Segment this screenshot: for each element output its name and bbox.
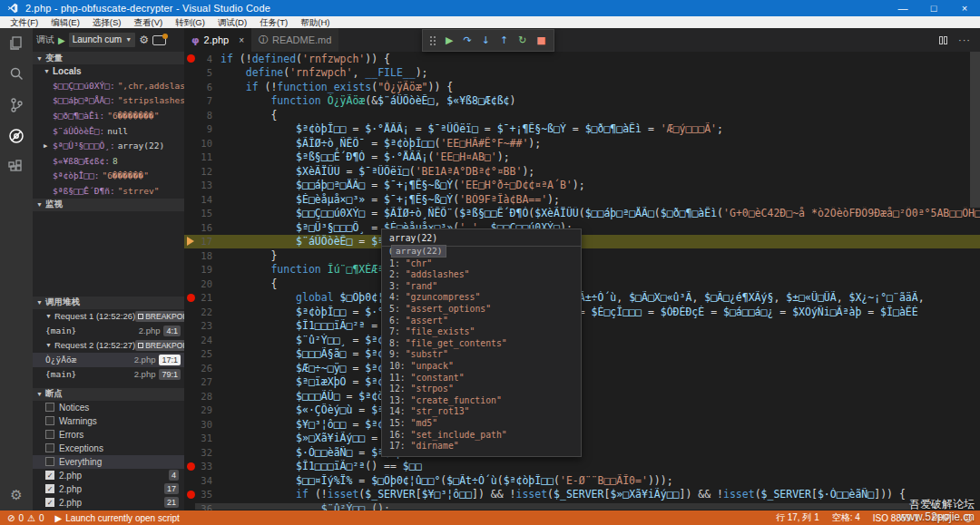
twisty-icon[interactable]: ▶ <box>44 142 53 150</box>
call-stack-thread-row[interactable]: ▼Request 2 (12:52:27)BREAKPOIN... <box>33 338 184 353</box>
checkbox[interactable]: ✓ <box>45 471 54 480</box>
code-line[interactable]: 29 $«·ÇÔèý□ù = $ª¢òþÎ□( <box>184 403 980 418</box>
breakpoint-entry-row[interactable]: ✓2.php4 <box>33 469 184 482</box>
local-variable-row[interactable]: $□ð□¶□àÊì:"6�������" <box>33 108 184 123</box>
watch-section-header[interactable]: ▼ 监视 <box>33 199 184 211</box>
breakpoint-filter-row[interactable]: Errors <box>33 428 184 442</box>
code-line[interactable]: 20 { <box>184 277 980 291</box>
language-indicator[interactable]: PHP <box>932 513 951 523</box>
checkbox[interactable] <box>45 403 54 412</box>
code-line[interactable]: 16 $ª□Û³§□□□Ô¸ = $É□èåµå×□³»(',', $□□Ç□□… <box>184 220 980 235</box>
call-stack-thread-row[interactable]: ▼Request 1 (12:52:26)BREAKPOIN... <box>33 309 184 324</box>
code-line[interactable]: 8 { <box>184 108 980 122</box>
breakpoint-icon[interactable] <box>187 462 195 471</box>
code-area[interactable]: 4if (!defined('rnfzwpch')) {5 define('rn… <box>184 52 980 510</box>
variables-section-header[interactable]: ▼ 变量 <box>33 52 184 64</box>
code-line[interactable]: 22 $ª¢òþÎ□□ = $·°ÅÃÃ¡ = $¯ªÛÔëï□□ = $¤¤«… <box>184 305 980 319</box>
local-variable-row[interactable]: $ª¢òþÎ□□:"6������" <box>33 169 184 184</box>
code-line[interactable]: 32 $·Ò□□èãÑ□ = $ª¢òþÎ□( <box>184 445 980 460</box>
tab-2php[interactable]: φ 2.php × <box>184 28 251 52</box>
code-line[interactable]: 23 $Î1□□□ïÃ□²ª = $ª¢òþÎ□□( <box>184 319 980 334</box>
breakpoint-entry-row[interactable]: ✓2.php17 <box>33 482 184 496</box>
code-line[interactable]: 21 global $□Öþ0¢¦û□□°, $ª¢òþÎ□□, $¹á¿ã□Ç… <box>184 291 980 306</box>
feedback-smiley-icon[interactable]: ☺ <box>964 513 973 523</box>
maximize-button[interactable]: □ <box>918 0 949 16</box>
code-line[interactable]: 24 $¨û²Ý□□¸ = $ª¢òþÎ□□( <box>184 333 980 347</box>
local-variable-row[interactable]: $¨áÛÔòèÊ□:null <box>33 123 184 139</box>
launch-config-select[interactable]: Launch cum ▼ <box>69 33 135 47</box>
code-line[interactable]: 30 $¥□³¦ô□□ = $ª¢òþÎ□□( <box>184 417 980 432</box>
code-line[interactable]: 28 $□□□ÃÛ□ = $ª¢òþÎ□□( <box>184 389 980 403</box>
vertical-scrollbar[interactable] <box>970 52 980 208</box>
code-line[interactable]: 9 $ª¢òþÎ□□ = $·°ÅÃÃ¡ = $¯ªÛÔëï□ = $¯+¡¶Ê… <box>184 122 980 137</box>
search-icon[interactable] <box>0 59 33 90</box>
menu-item[interactable]: 调试(D) <box>211 16 253 28</box>
local-variable-row[interactable]: $«¥ß8□Æ¢ß¢:8 <box>33 153 184 169</box>
more-actions-icon[interactable]: ··· <box>958 34 971 45</box>
cursor-position[interactable]: 行 17, 列 1 <box>776 511 819 524</box>
checkbox[interactable]: ✓ <box>45 498 54 507</box>
code-line[interactable]: 12 $XèÃÏÛÜ = $¯ªÛÔëï□('BE1AªA°DBª¢°¤BB')… <box>184 164 980 179</box>
breakpoint-filter-row[interactable]: Notices <box>33 401 184 414</box>
call-stack-frame-row[interactable]: Ò¿ÿÃöæ2.php17:1 <box>33 353 184 367</box>
scope-locals[interactable]: ▼ Locals <box>33 64 184 78</box>
title-bar[interactable]: 2.php - php-obfuscate-decrypter - Visual… <box>0 0 980 16</box>
debug-console-icon[interactable] <box>152 35 166 45</box>
code-line[interactable]: 15 $□□Ç□□ú0XÝ□ = $ÃÎØ÷ò¸ÑÊÕ¨($ªß§□□Ê´Ð¶Ò… <box>184 207 980 221</box>
breakpoint-icon[interactable] <box>187 491 195 499</box>
code-line[interactable]: 26 $Æ□÷~□ÿ□ = $ª¢òþÎ□□( <box>184 361 980 375</box>
code-line[interactable]: 33 $Î1□□□ïÃ□²ª() == $□□ <box>184 460 980 474</box>
checkbox[interactable]: ✓ <box>45 484 54 493</box>
code-line[interactable]: 19 function Îú¨□¶XÉÆª($¤ÐöÙ×□¨, $ª¢òþ□) <box>184 263 980 277</box>
breakpoint-filter-row[interactable]: Everything <box>33 455 184 469</box>
breakpoint-filter-row[interactable]: Exceptions <box>33 442 184 455</box>
configure-gear-icon[interactable]: ⚙ <box>139 34 149 46</box>
step-over-button[interactable]: ↷ <box>463 34 471 46</box>
breakpoints-section-header[interactable]: ▼ 断点 <box>33 388 184 401</box>
breakpoint-dot[interactable] <box>184 462 197 471</box>
code-line[interactable]: 17 $¨áÛÔòèÊ□ = $ª□Û³§□□□Ô¸[$«¥ß8□Æ¢ß¢]; <box>184 235 980 249</box>
minimize-button[interactable]: — <box>887 0 918 16</box>
menu-item[interactable]: 编辑(E) <box>44 16 86 28</box>
call-stack-frame-row[interactable]: {main}2.php4:1 <box>33 324 184 338</box>
launch-status[interactable]: ▶ Launch currently open script <box>54 513 179 523</box>
code-line[interactable]: 13 $□□áþ□ª□ÅÃ□ = $¯+¡¶Ê§~ß□Ý('EE□H°ð÷□D¢… <box>184 179 980 193</box>
code-line[interactable]: 14 $É□èåµå×□³» = $¯+¡¶Ê§~ß□Ý('BÖ9FªÎà¢BA… <box>184 192 980 207</box>
settings-gear-icon[interactable]: ⚙ <box>0 487 33 503</box>
local-variable-row[interactable]: $□□áþ□ª□ÅÃ□:"stripslashes" <box>33 93 184 109</box>
menu-item[interactable]: 转到(G) <box>169 16 211 28</box>
checkbox[interactable] <box>45 457 54 466</box>
step-out-button[interactable]: ↑ <box>500 34 508 46</box>
menu-item[interactable]: 任务(T) <box>253 16 294 28</box>
local-variable-row[interactable]: $ªß§□□Ê´Ð¶ñ:"strrev" <box>33 183 184 199</box>
indentation-indicator[interactable]: 空格: 4 <box>832 511 860 524</box>
breakpoint-entry-row[interactable]: ✓2.php21 <box>33 496 184 510</box>
menu-item[interactable]: 文件(F) <box>4 16 44 28</box>
restart-button[interactable]: ↻ <box>518 34 526 46</box>
checkbox[interactable] <box>45 443 54 452</box>
code-line[interactable]: 34 $□□¤Îý%Ï% = $□Öþ0¢¦û□□°($□Ãt÷Ó´ù($ª¢ò… <box>184 473 980 488</box>
menu-item[interactable]: 查看(V) <box>127 16 169 28</box>
checkbox[interactable] <box>45 430 54 439</box>
breakpoint-icon[interactable] <box>187 54 195 63</box>
menu-item[interactable]: 帮助(H) <box>294 16 336 28</box>
breakpoint-icon[interactable] <box>187 294 195 302</box>
code-line[interactable]: 27 $ª□ïæXþÖ = $ª¢òþÎ□□( <box>184 375 980 390</box>
code-line[interactable]: 5 define('rnfzwpch', __FILE__); <box>184 66 980 81</box>
source-control-icon[interactable] <box>0 90 33 121</box>
breakpoint-dot[interactable] <box>184 294 197 302</box>
current-line-arrow[interactable] <box>184 237 197 246</box>
debug-icon[interactable] <box>0 121 33 151</box>
step-into-button[interactable]: ↓ <box>482 34 490 46</box>
breakpoint-filter-row[interactable]: Warnings <box>33 414 184 428</box>
code-line[interactable]: 7 function Ò¿ÿÃöæ(&$¨áÛÔòèÊ□, $«¥ß8□Æ¢ß¢… <box>184 94 980 109</box>
code-line[interactable]: 35 if (!isset($_SERVER[$¥□³¦ô□□]) && !is… <box>184 488 980 502</box>
drag-grip-icon[interactable] <box>430 36 436 45</box>
local-variable-row[interactable]: $□□Ç□□ú0XÝ□:",chr,addslas… <box>33 78 184 93</box>
code-line[interactable]: 25 $□□□Ã§ã□ = $ª¢òþÎ□□( <box>184 347 980 362</box>
checkbox[interactable] <box>45 416 54 425</box>
breakpoint-dot[interactable] <box>184 491 197 499</box>
problems-indicator[interactable]: ⊘ 0 ⚠ 0 <box>7 513 44 523</box>
start-debug-icon[interactable]: ▶ <box>58 35 65 45</box>
continue-button[interactable]: ▶ <box>446 34 453 46</box>
